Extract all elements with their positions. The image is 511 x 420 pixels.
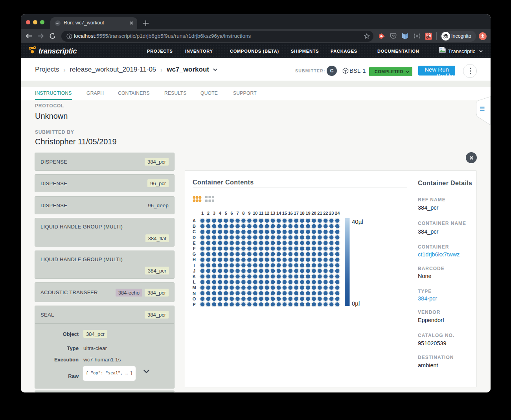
- svg-text:F: F: [193, 246, 196, 251]
- svg-text:H: H: [193, 257, 196, 262]
- svg-text:23: 23: [329, 211, 334, 216]
- svg-text:15: 15: [282, 211, 287, 216]
- svg-text:C: C: [193, 229, 196, 234]
- svg-text:19: 19: [305, 211, 310, 216]
- svg-text:6: 6: [231, 211, 233, 216]
- svg-text:5: 5: [225, 211, 227, 216]
- svg-text:B: B: [193, 224, 196, 228]
- svg-text:I: I: [193, 263, 195, 268]
- svg-text:1: 1: [201, 211, 204, 216]
- svg-text:18: 18: [300, 211, 304, 216]
- svg-text:2: 2: [207, 211, 210, 216]
- svg-text:11: 11: [259, 211, 263, 216]
- svg-text:G: G: [193, 252, 196, 256]
- svg-text:8: 8: [242, 211, 244, 216]
- svg-text:3: 3: [213, 211, 215, 216]
- svg-text:E: E: [193, 241, 195, 245]
- svg-text:N: N: [193, 291, 196, 296]
- svg-text:14: 14: [276, 211, 281, 216]
- svg-text:16: 16: [288, 211, 293, 216]
- svg-text:L: L: [193, 280, 196, 284]
- svg-text:20: 20: [311, 211, 316, 216]
- svg-text:10: 10: [253, 211, 257, 216]
- svg-text:M: M: [192, 285, 196, 290]
- svg-text:A: A: [193, 218, 196, 223]
- svg-text:7: 7: [236, 211, 239, 216]
- svg-text:24: 24: [335, 211, 340, 216]
- svg-text:13: 13: [270, 211, 275, 216]
- svg-text:12: 12: [265, 211, 269, 216]
- svg-text:21: 21: [317, 211, 322, 216]
- svg-text:K: K: [193, 274, 196, 279]
- svg-text:P: P: [193, 302, 195, 307]
- svg-text:4: 4: [219, 211, 222, 216]
- svg-text:O: O: [193, 297, 196, 301]
- svg-text:9: 9: [248, 211, 250, 216]
- svg-text:D: D: [193, 235, 196, 240]
- svg-text:40µl: 40µl: [352, 218, 363, 225]
- svg-text:0µl: 0µl: [352, 300, 360, 307]
- svg-text:J: J: [193, 269, 195, 273]
- svg-text:22: 22: [323, 211, 328, 216]
- svg-text:17: 17: [294, 211, 299, 216]
